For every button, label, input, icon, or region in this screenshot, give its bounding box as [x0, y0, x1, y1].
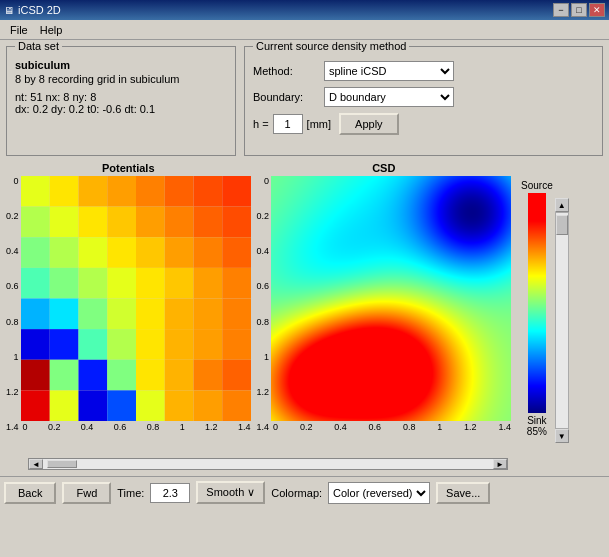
csd-x-axis: 0 0.2 0.4 0.6 0.8 1 1.2 1.4 [271, 421, 511, 432]
boundary-label: Boundary: [253, 91, 318, 103]
sink-label: Sink [527, 415, 546, 426]
fwd-button[interactable]: Fwd [62, 482, 111, 504]
top-row: Data set subiculum 8 by 8 recording grid… [6, 46, 603, 156]
main-content: Data set subiculum 8 by 8 recording grid… [0, 40, 609, 476]
colorbar-scrollbar-track[interactable] [555, 212, 569, 429]
dataset-params-line1: nt: 51 nx: 8 ny: 8 [15, 91, 227, 103]
save-button[interactable]: Save... [436, 482, 490, 504]
potentials-canvas-wrap: 0 0.2 0.4 0.6 0.8 1 1.2 1.4 [21, 176, 251, 452]
csd-y-axis: 0 0.2 0.4 0.6 0.8 1 1.2 1.4 [257, 176, 272, 452]
minimize-button[interactable]: − [553, 3, 569, 17]
close-button[interactable]: ✕ [589, 3, 605, 17]
scrollbar-track[interactable] [43, 459, 493, 469]
title-bar: 🖥 iCSD 2D − □ ✕ [0, 0, 609, 20]
colorbar-scrollbar-thumb[interactable] [556, 215, 568, 235]
potentials-chart-inner: 0 0.2 0.4 0.6 0.8 1 1.2 1.4 0 0.2 0.4 0.… [6, 176, 251, 452]
bottom-toolbar: Back Fwd Time: Smooth ∨ Colormap: Color … [0, 476, 609, 508]
h-unit: [mm] [307, 118, 331, 130]
csd-title: CSD [257, 162, 512, 174]
dataset-panel-label: Data set [15, 40, 62, 52]
scroll-right-btn[interactable]: ► [493, 459, 507, 469]
menu-bar: File Help [0, 20, 609, 40]
apply-button[interactable]: Apply [339, 113, 399, 135]
back-button[interactable]: Back [4, 482, 56, 504]
maximize-button[interactable]: □ [571, 3, 587, 17]
method-label: Method: [253, 65, 318, 77]
colormap-label: Colormap: [271, 487, 322, 499]
help-menu[interactable]: Help [34, 22, 69, 38]
method-select[interactable]: spline iCSD Standard CSD Delta iCSD step… [324, 61, 454, 81]
file-menu[interactable]: File [4, 22, 34, 38]
scroll-left-btn[interactable]: ◄ [29, 459, 43, 469]
potentials-chart-container: Potentials 0 0.2 0.4 0.6 0.8 1 1.2 1.4 0 [6, 162, 251, 452]
dataset-panel: Data set subiculum 8 by 8 recording grid… [6, 46, 236, 156]
source-label: Source [521, 180, 553, 191]
csd-chart-container: CSD 0 0.2 0.4 0.6 0.8 1 1.2 1.4 0 0.2 [257, 162, 512, 452]
charts-area: Potentials 0 0.2 0.4 0.6 0.8 1 1.2 1.4 0 [6, 162, 603, 452]
time-label: Time: [117, 487, 144, 499]
window-title: 🖥 iCSD 2D [4, 4, 61, 16]
boundary-row: Boundary: D boundary N boundary [253, 87, 594, 107]
boundary-select[interactable]: D boundary N boundary [324, 87, 454, 107]
h-row: h = [mm] Apply [253, 113, 594, 135]
smooth-button[interactable]: Smooth ∨ [196, 481, 265, 504]
h-input[interactable] [273, 114, 303, 134]
potentials-title: Potentials [6, 162, 251, 174]
colorbar-percentage: 85% [527, 426, 547, 437]
csd-chart-inner: 0 0.2 0.4 0.6 0.8 1 1.2 1.4 0 0.2 0.4 0.… [257, 176, 512, 452]
colormap-select[interactable]: Color (reversed) Color Grayscale [328, 482, 430, 504]
scrollbar-thumb[interactable] [47, 460, 77, 468]
potentials-canvas[interactable] [21, 176, 251, 421]
colorbar-canvas [528, 193, 546, 413]
csd-canvas-wrap: 0 0.2 0.4 0.6 0.8 1 1.2 1.4 [271, 176, 511, 452]
potentials-x-axis: 0 0.2 0.4 0.6 0.8 1 1.2 1.4 [21, 421, 251, 432]
csd-panel-label: Current source density method [253, 40, 409, 52]
csd-canvas[interactable] [271, 176, 511, 421]
dataset-name: subiculum [15, 59, 227, 71]
dataset-description: 8 by 8 recording grid in subiculum [15, 73, 227, 85]
potentials-y-axis: 0 0.2 0.4 0.6 0.8 1 1.2 1.4 [6, 176, 21, 452]
colorbar-scroll-down[interactable]: ▼ [555, 429, 569, 443]
horizontal-scrollbar[interactable]: ◄ ► [28, 458, 508, 470]
colorbar-area: Source Sink 85% ▲ ▼ [517, 162, 569, 452]
h-label: h = [253, 118, 269, 130]
csd-method-panel: Current source density method Method: sp… [244, 46, 603, 156]
window-controls: − □ ✕ [553, 3, 605, 17]
colorbar-container: Source Sink 85% [521, 180, 553, 437]
app-icon: 🖥 [4, 5, 14, 16]
time-input[interactable] [150, 483, 190, 503]
method-row: Method: spline iCSD Standard CSD Delta i… [253, 61, 594, 81]
colorbar-scroll-up[interactable]: ▲ [555, 198, 569, 212]
dataset-params-line2: dx: 0.2 dy: 0.2 t0: -0.6 dt: 0.1 [15, 103, 227, 115]
